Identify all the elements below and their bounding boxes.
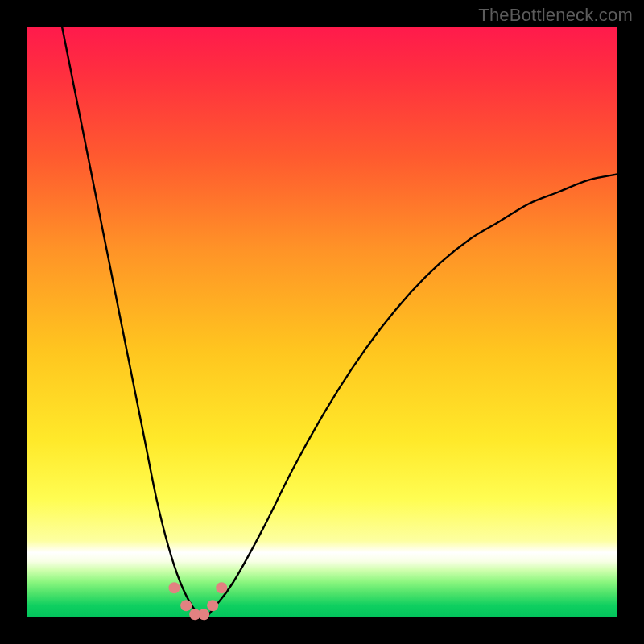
plot-area <box>27 27 617 617</box>
curve-marker <box>207 600 218 611</box>
curve-marker <box>169 582 180 593</box>
chart-stage: TheBottleneck.com <box>0 0 644 644</box>
bottleneck-curve <box>62 27 617 617</box>
curve-marker <box>216 582 227 593</box>
curve-marker <box>180 600 192 611</box>
curve-svg <box>27 27 617 617</box>
curve-marker <box>198 609 209 620</box>
watermark-text: TheBottleneck.com <box>478 5 633 26</box>
